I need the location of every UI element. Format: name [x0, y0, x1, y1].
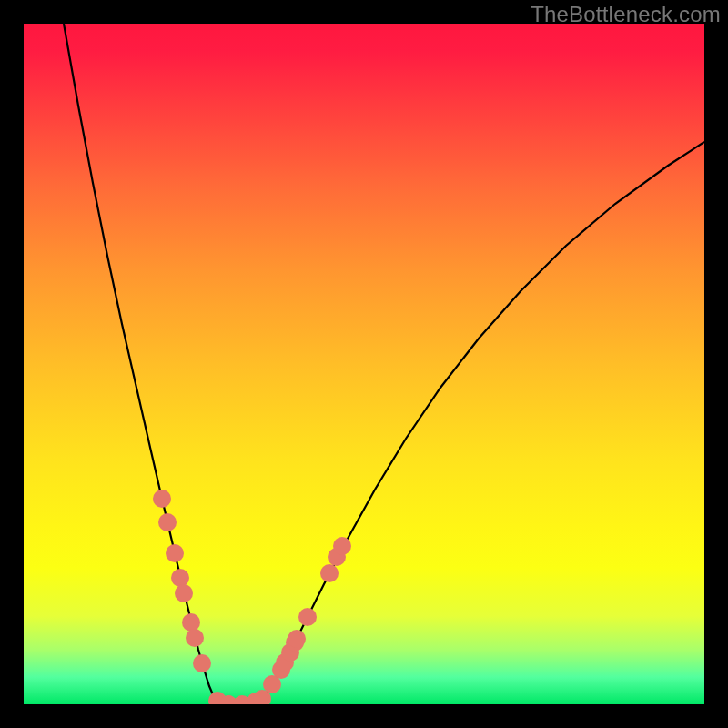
- data-dot: [182, 613, 200, 632]
- data-dot: [186, 629, 204, 647]
- data-dot: [153, 490, 171, 508]
- curve-left: [64, 24, 215, 699]
- curve-right: [265, 142, 704, 697]
- data-dot: [320, 564, 339, 582]
- data-dots: [153, 490, 351, 704]
- data-dot: [298, 608, 317, 626]
- watermark-label: TheBottleneck.com: [531, 2, 721, 27]
- data-dot: [158, 513, 177, 531]
- data-dot: [166, 544, 184, 562]
- data-dot: [193, 654, 211, 672]
- chart-overlay: [24, 24, 704, 704]
- data-dot: [333, 537, 351, 555]
- data-dot: [175, 584, 193, 602]
- data-dot: [288, 630, 306, 648]
- data-dot: [171, 569, 189, 587]
